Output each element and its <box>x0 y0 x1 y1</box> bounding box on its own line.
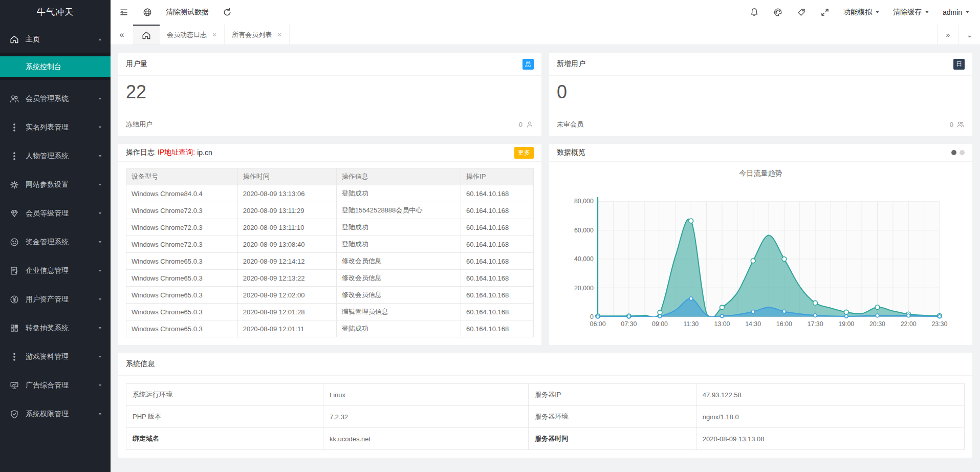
table-row: Windows Chrome65.0.32020-08-09 12:01:28编… <box>126 304 534 320</box>
chevron-down-icon: ▼ <box>98 97 102 101</box>
table-column-header: 操作IP <box>461 168 534 185</box>
sidebar-item-label: 会员管理系统 <box>26 94 98 103</box>
svg-text:17:30: 17:30 <box>808 320 823 328</box>
theme-button[interactable] <box>773 7 783 17</box>
svg-text:60,000: 60,000 <box>574 226 594 233</box>
chevron-down-icon: ▼ <box>98 326 102 330</box>
tag-icon <box>796 7 807 17</box>
bell-icon <box>749 7 759 17</box>
sidebar-item[interactable]: 会员等级管理 ▼ <box>0 202 111 225</box>
carousel-dot[interactable] <box>960 150 965 155</box>
refresh-button[interactable] <box>222 7 232 17</box>
tab[interactable]: 所有会员列表 ✕ <box>225 25 290 45</box>
sidebar-item-label: 奖金管理系统 <box>26 238 98 247</box>
collapse-sidebar-button[interactable] <box>119 7 129 17</box>
tabbar: « 会员动态日志 ✕所有会员列表 ✕ » ⌄ <box>111 25 980 45</box>
sidebar-item-label: 网站参数设置 <box>26 180 98 189</box>
sidebar-menu: 主页 ▲ 系统控制台 会员管理系统 ▼ 实名列表管理 ▼ 人物管理系统 ▼ 网站… <box>0 28 111 426</box>
user-dropdown[interactable]: admin▼ <box>943 8 970 16</box>
table-cell: Windows Chrome84.0.4 <box>126 185 238 202</box>
tag-button[interactable] <box>796 7 807 17</box>
table-cell: 2020-08-09 12:02:00 <box>237 287 336 304</box>
sidebar-item-home[interactable]: 主页 ▲ <box>0 28 111 51</box>
chevron-down-icon: ▼ <box>98 183 102 187</box>
table-cell: 登陆成功 <box>336 236 461 253</box>
sidebar-item[interactable]: 人物管理系统 ▼ <box>0 144 111 168</box>
ip-query-link[interactable]: ip.cn <box>197 148 212 157</box>
svg-text:14:30: 14:30 <box>745 320 761 328</box>
tabs-scroll-right-button[interactable]: » <box>937 25 959 45</box>
content: 用户量 总 22 冻结用户 0 新增用户 日 <box>111 45 980 472</box>
table-row: Windows Chrome72.0.32020-08-09 13:11:10登… <box>126 219 534 236</box>
grid-icon <box>9 323 19 333</box>
sidebar-item[interactable]: 系统权限管理 ▼ <box>0 402 111 426</box>
sidebar-item-label: 会员等级管理 <box>26 209 98 218</box>
more-button[interactable]: 更多 <box>514 147 534 159</box>
close-icon[interactable]: ✕ <box>277 31 282 38</box>
table-cell: 60.164.10.168 <box>461 287 534 304</box>
table-row: Windows Chrome65.0.32020-08-09 12:13:22修… <box>126 270 534 287</box>
sidebar-item[interactable]: 实名列表管理 ▼ <box>0 116 111 139</box>
shield-check-icon <box>9 409 19 419</box>
info-value: 2020-08-09 13:13:08 <box>696 428 964 450</box>
sidebar-item[interactable]: 用户资产管理 ▼ <box>0 288 111 311</box>
table-cell: 编辑管理员信息 <box>336 304 461 320</box>
fullscreen-button[interactable] <box>820 7 830 17</box>
close-icon[interactable]: ✕ <box>212 31 217 38</box>
table-cell: 修改会员信息 <box>336 270 461 287</box>
tab[interactable]: 会员动态日志 ✕ <box>160 25 225 45</box>
chevron-down-icon: ▼ <box>98 240 102 244</box>
table-cell: 60.164.10.168 <box>461 320 534 337</box>
svg-text:19:00: 19:00 <box>838 320 854 328</box>
table-cell: 60.164.10.168 <box>461 236 534 253</box>
sidebar-item[interactable]: 会员管理系统 ▼ <box>0 87 111 111</box>
svg-text:40,000: 40,000 <box>574 255 594 263</box>
tabs-scroll-left-button[interactable]: « <box>111 25 133 45</box>
table-column-header: 操作时间 <box>237 168 336 185</box>
notifications-button[interactable] <box>749 7 759 17</box>
table-cell: 2020-08-09 13:11:29 <box>237 202 336 219</box>
badge-day: 日 <box>953 59 965 70</box>
sidebar-item-system-console[interactable]: 系统控制台 <box>0 56 111 77</box>
sidebar-item[interactable]: 广告综合管理 ▼ <box>0 374 111 397</box>
carousel-dots <box>951 150 965 155</box>
card-title: 系统信息 <box>126 359 155 369</box>
sidebar-item[interactable]: 游戏资料管理 ▼ <box>0 345 111 369</box>
tabs-menu-button[interactable]: ⌄ <box>959 25 980 45</box>
chevron-down-icon: ▼ <box>98 211 102 216</box>
yen-icon <box>9 294 19 305</box>
traffic-chart: 今日流量趋势 020,00040,00060,00080,00006:0007:… <box>549 162 972 345</box>
sidebar-item-label: 人物管理系统 <box>26 152 98 161</box>
collapse-icon <box>119 7 129 17</box>
tab-home[interactable] <box>133 25 160 45</box>
sidebar-item[interactable]: 网站参数设置 ▼ <box>0 173 111 197</box>
main-area: 清除测试数据 功能模拟▼ 清除缓存▼ admin▼ « 会员动态日志 ✕所有会员… <box>111 0 980 472</box>
svg-text:11:30: 11:30 <box>683 320 699 328</box>
info-label: 服务器时间 <box>529 428 696 450</box>
badge-total: 总 <box>522 59 534 70</box>
svg-text:16:00: 16:00 <box>776 320 792 328</box>
home-icon <box>141 30 151 40</box>
info-label: 系统运行环境 <box>126 384 323 406</box>
table-row: 系统运行环境Linux服务器IP47.93.122.58 <box>126 384 965 406</box>
carousel-dot-active[interactable] <box>951 150 956 155</box>
fullscreen-icon <box>820 7 830 17</box>
svg-text:20:30: 20:30 <box>869 320 885 328</box>
svg-text:09:00: 09:00 <box>652 320 668 328</box>
clear-cache-dropdown[interactable]: 清除缓存▼ <box>893 8 929 17</box>
tabbar-spacer <box>290 25 937 45</box>
sidebar-item[interactable]: 转盘抽奖系统 ▼ <box>0 316 111 340</box>
chevron-down-icon: ▼ <box>965 10 970 14</box>
card-user-total: 用户量 总 22 冻结用户 0 <box>118 53 541 136</box>
chevron-down-icon: ▼ <box>98 412 102 416</box>
table-cell: 登陆成功 <box>336 219 461 236</box>
simulate-dropdown[interactable]: 功能模拟▼ <box>843 8 880 17</box>
sidebar-item[interactable]: 奖金管理系统 ▼ <box>0 230 111 254</box>
chart-canvas: 020,00040,00060,00080,00006:0007:3009:00… <box>549 180 972 345</box>
sidebar-item[interactable]: 企业信息管理 ▼ <box>0 259 111 283</box>
table-row: Windows Chrome72.0.32020-08-09 13:11:29登… <box>126 202 534 219</box>
clear-test-data-button[interactable]: 清除测试数据 <box>166 8 209 17</box>
svg-text:80,000: 80,000 <box>574 198 594 205</box>
site-home-button[interactable] <box>142 7 153 17</box>
svg-text:07:30: 07:30 <box>621 320 637 328</box>
